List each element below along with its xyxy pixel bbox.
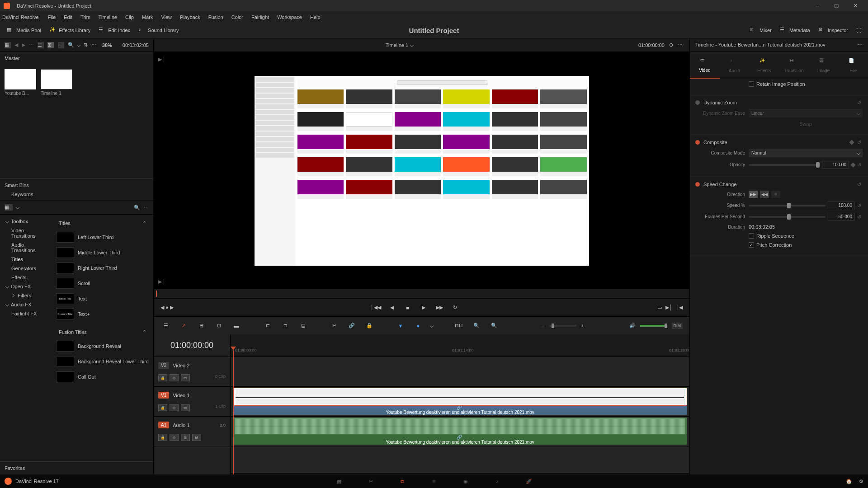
selection-tool[interactable]: ➚ [178, 320, 189, 331]
timeline-name-dropdown[interactable]: Timeline 1 [386, 42, 413, 48]
track-a1-badge[interactable]: A1 [158, 422, 169, 428]
opacity-keyframe-icon[interactable] [850, 162, 855, 167]
effects-view-button[interactable]: ▦ [5, 204, 13, 211]
strip-view-toggle[interactable]: ≡ [58, 42, 64, 48]
media-clip-1[interactable]: Timeline 1 [41, 69, 72, 96]
audiofx-category[interactable]: Audio FX [2, 300, 50, 309]
opacity-input[interactable]: 100.00 [822, 161, 849, 169]
audio-clip[interactable]: 🔗 Youtube Bewertung deaktivieren und akt… [233, 435, 687, 445]
dim-button[interactable]: DIM [672, 323, 683, 329]
track-lane-v1[interactable]: 🔗 Youtube Bewertung deaktivieren und akt… [231, 387, 689, 417]
track-a1-auto[interactable]: ◇ [170, 434, 179, 441]
favorites-header[interactable]: Favorites [5, 465, 25, 471]
menu-file[interactable]: File [44, 13, 60, 21]
audio-clip-wave[interactable] [233, 418, 687, 435]
play-button[interactable]: ▶ [419, 303, 428, 312]
collapse-titles-icon[interactable]: ⌃ [142, 221, 146, 226]
viewer-next-icon[interactable]: ▶│ [158, 279, 165, 285]
master-bin-label[interactable]: Master [0, 52, 153, 65]
menu-view[interactable]: View [157, 13, 175, 21]
timeline-tracks[interactable]: 01:00:00:00 01:01:14:00 01:02:28:00 🔗 Yo… [231, 334, 689, 474]
duration-value[interactable]: 00:03:02:05 [749, 224, 775, 230]
fairlight-page-button[interactable]: ♪ [491, 477, 504, 486]
fps-reset-icon[interactable]: ↺ [857, 214, 863, 220]
effects-search-icon[interactable]: 🔍 [134, 205, 140, 211]
go-to-start-icon[interactable]: │◀ [676, 305, 683, 310]
menu-timeline[interactable]: Timeline [95, 13, 121, 21]
fps-slider[interactable] [749, 216, 826, 218]
menu-fusion[interactable]: Fusion [205, 13, 227, 21]
replace-clip-button[interactable]: ⊑ [297, 320, 308, 331]
zoom-to-fit-button[interactable]: 🔍 [471, 320, 482, 331]
cut-page-button[interactable]: ✂ [364, 477, 377, 486]
inspector-tab-image[interactable]: 🖼 Image [809, 52, 839, 79]
composite-reset-icon[interactable]: ↺ [857, 140, 863, 145]
swap-button[interactable]: Swap [799, 121, 812, 127]
viewer-sync-icon[interactable]: ⊙ [669, 42, 673, 48]
title-right-lower-third[interactable]: Right Lower Third [54, 261, 151, 275]
track-v1-auto[interactable]: ◇ [170, 404, 179, 411]
opacity-reset-icon[interactable]: ↺ [857, 162, 863, 168]
openfx-category[interactable]: Open FX [2, 282, 50, 291]
audio-transitions-category[interactable]: Audio Transitions [2, 240, 50, 255]
track-v2-enable[interactable]: ▭ [181, 374, 190, 381]
color-page-button[interactable]: ◉ [459, 477, 472, 486]
metadata-toggle[interactable]: ☰Metadata [778, 25, 812, 35]
link-button[interactable]: 🔗 [346, 320, 357, 331]
menu-help[interactable]: Help [307, 13, 324, 21]
menu-workspace[interactable]: Workspace [274, 13, 306, 21]
first-frame-button[interactable]: │◀◀ [372, 303, 381, 312]
viewer[interactable]: ▶│ [154, 52, 689, 289]
playhead[interactable] [233, 350, 234, 474]
fps-input[interactable]: 60.000 [828, 213, 855, 221]
track-v2-auto[interactable]: ◇ [170, 374, 179, 381]
bin-view-button[interactable]: ▦ [5, 42, 11, 48]
collapse-fusion-titles-icon[interactable]: ⌃ [142, 329, 146, 335]
fusion-page-button[interactable]: ⚛ [427, 477, 441, 486]
title-left-lower-third[interactable]: Left Lower Third [54, 230, 151, 244]
speed-slider[interactable] [749, 205, 826, 206]
close-button[interactable]: ✕ [846, 1, 864, 10]
direction-forward-button[interactable]: ▶▶ [749, 191, 758, 198]
track-lane-v2[interactable] [231, 357, 689, 387]
composite-toggle[interactable] [695, 140, 700, 145]
media-pool-toggle[interactable]: ▦Media Pool [5, 25, 43, 35]
viewer-options-icon[interactable]: ⋯ [678, 42, 683, 48]
menu-playback[interactable]: Playback [176, 13, 204, 21]
home-button[interactable]: 🏠 [846, 479, 852, 484]
dynamic-zoom-ease-select[interactable]: Linear [749, 109, 863, 117]
title-scroll[interactable]: Scroll [54, 276, 151, 291]
track-v2-lock[interactable]: 🔒 [158, 374, 167, 381]
thumb-view-toggle[interactable]: ⊞ [47, 42, 54, 48]
track-a1-mute[interactable]: M [192, 434, 201, 441]
speed-change-reset-icon[interactable]: ↺ [857, 182, 863, 187]
go-to-end-icon[interactable]: ▶│ [665, 305, 672, 310]
menu-color[interactable]: Color [228, 13, 247, 21]
generators-category[interactable]: Generators [2, 264, 50, 273]
track-lane-a1[interactable]: 🔗 Youtube Bewertung deaktivieren und akt… [231, 417, 689, 446]
speed-reset-icon[interactable]: ↺ [857, 203, 863, 208]
video-clip-thumbs[interactable] [233, 388, 687, 406]
title-text-plus[interactable]: Custom TitleText+ [54, 307, 151, 321]
toolbox-category[interactable]: Toolbox [2, 217, 50, 226]
media-clip-0[interactable]: Youtube B... [5, 69, 36, 96]
composite-keyframe-icon[interactable] [849, 140, 854, 145]
deliver-page-button[interactable]: 🚀 [522, 477, 536, 486]
inspector-toggle[interactable]: ⚙Inspector [816, 25, 850, 35]
dynamic-trim-tool[interactable]: ⊡ [213, 320, 224, 331]
viewer-scrubber[interactable] [154, 289, 689, 298]
track-v1-lock[interactable]: 🔒 [158, 404, 167, 411]
titles-category[interactable]: Titles [2, 255, 50, 264]
sort-icon[interactable]: ⇅ [84, 42, 88, 48]
volume-slider[interactable] [640, 325, 667, 327]
track-a1-lock[interactable]: 🔒 [158, 434, 167, 441]
fusion-title-background-reveal[interactable]: Background Reveal [54, 339, 151, 353]
dynamic-zoom-reset-icon[interactable]: ↺ [857, 100, 863, 105]
project-settings-button[interactable]: ⚙ [859, 479, 863, 484]
direction-freeze-button[interactable]: ❄ [771, 191, 780, 198]
next-frame-button[interactable]: ▶▶ [435, 303, 444, 312]
video-clip[interactable]: 🔗 Youtube Bewertung deaktivieren und akt… [233, 406, 687, 415]
zoom-out-button[interactable]: − [542, 323, 545, 328]
match-frame-icon[interactable]: ▭ [657, 305, 662, 310]
search-icon[interactable]: 🔍 [68, 42, 74, 48]
